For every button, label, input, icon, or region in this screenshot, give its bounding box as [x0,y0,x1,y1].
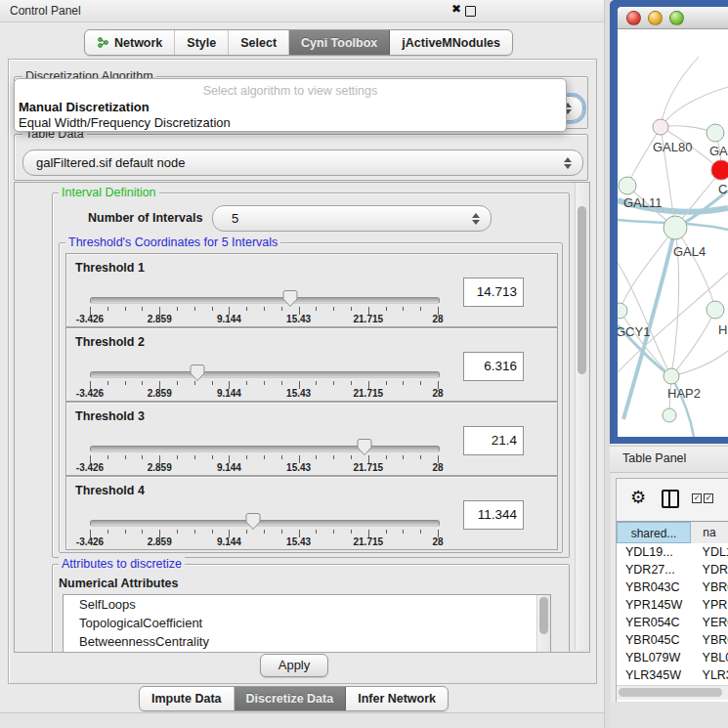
cell-shared-name[interactable]: YDL19... [617,543,697,561]
table-rows: YDL19...YDL1YDR27...YDR2YBR043CYBR0YPR14… [617,543,728,685]
control-panel-titlebar: Control Panel ✖ [0,0,604,22]
network-node-h[interactable] [707,301,724,319]
cell-shared-name[interactable]: YER054C [617,614,697,631]
tab-label: jActiveMNodules [402,36,500,50]
node-label-h: H [718,322,727,337]
algorithm-option-equal-width-frequency-discretization[interactable]: Equal Width/Frequency Discretization [18,115,563,130]
number-of-intervals-label: Number of Intervals [88,211,202,225]
algorithm-option-manual-discretization[interactable]: Manual Discretization [18,100,563,114]
tab-label: Style [187,36,216,50]
number-of-intervals-value: 5 [213,211,465,226]
bottom-tab-bar: Impute DataDiscretize DataInfer Network [139,686,449,711]
minimize-traffic-light-icon[interactable] [648,11,663,25]
threshold-value-field[interactable]: 11.344 [463,500,524,530]
table-row-ydl19[interactable]: YDL19...YDL1 [617,543,728,561]
tab-impute-data[interactable]: Impute Data [140,687,235,710]
table-row-ydr27[interactable]: YDR27...YDR2 [617,561,728,578]
network-node-gal11[interactable] [619,177,636,194]
tab-network[interactable]: Network [85,30,175,55]
attribute-item-topologicalcoefficient[interactable]: TopologicalCoefficient [64,614,550,632]
attributes-scrollbar[interactable] [536,595,550,652]
table-data-combo[interactable]: galFiltered.sif default node [22,150,583,176]
slider-track[interactable] [90,520,440,527]
table-hscrollbar-thumb[interactable] [619,688,722,697]
tab-select[interactable]: Select [229,30,289,55]
axis-tick-label: -3.426 [76,314,104,324]
cell-name[interactable]: YPR1 [697,596,728,614]
slider-thumb[interactable] [190,364,205,382]
cell-shared-name[interactable]: YLR345W [617,666,697,684]
axis-tick-label: 15.43 [286,462,311,473]
cell-name[interactable]: YLR3 [697,666,728,684]
attribute-item-selfloops[interactable]: SelfLoops [64,595,550,614]
cell-shared-name[interactable]: YBL079W [617,649,697,666]
threshold-value-field[interactable]: 6.316 [463,352,524,381]
gear-icon[interactable]: ⚙ [630,487,646,508]
table-hscrollbar[interactable] [617,685,728,700]
node-label-gal80: GAL80 [653,140,692,154]
checkbox-icon[interactable]: ✓ [704,493,713,503]
column-header-shared[interactable]: shared... [617,522,691,543]
split-columns-icon[interactable] [662,490,679,508]
cell-shared-name[interactable]: YBR045C [617,631,697,649]
application: Control Panel ✖ NetworkStyleSelectCyni T… [0,0,728,728]
cell-shared-name[interactable]: YDR27... [617,561,697,578]
attribute-item-betweennesscentrality[interactable]: BetweennessCentrality [64,632,550,651]
cell-shared-name[interactable]: YBR043C [617,578,697,596]
table-row-ylr345w[interactable]: YLR345WYLR3 [617,666,728,684]
close-traffic-light-icon[interactable] [626,11,641,25]
apply-button[interactable]: Apply [260,654,328,677]
network-window-titlebar[interactable] [618,7,728,29]
table-row-ypr145w[interactable]: YPR145WYPR1 [617,596,728,614]
column-header-na[interactable]: na [691,522,728,543]
thresholds-group-title: Threshold's Coordinates for 5 Intervals [65,236,280,250]
slider-thumb[interactable] [282,289,298,308]
table-row-yer054c[interactable]: YER054CYER0 [617,614,728,631]
axis-tick-label: 21.715 [354,536,384,547]
network-node-hap2[interactable] [664,368,679,384]
cell-shared-name[interactable]: YPR145W [617,596,697,614]
cell-name[interactable]: YBR0 [697,631,728,649]
threshold-value-field[interactable]: 14.713 [463,278,524,307]
cell-name[interactable]: YDL1 [697,543,728,561]
cell-name[interactable]: YER0 [697,614,728,631]
threshold-value-field[interactable]: 21.4 [463,426,524,455]
table-row-ybr043c[interactable]: YBR043CYBR0 [617,578,728,596]
network-node-c[interactable] [711,160,728,180]
tab-jactivemnodules[interactable]: jActiveMNodules [390,30,512,55]
number-of-intervals-spinner[interactable]: 5 [212,205,492,232]
table-row-ybr045c[interactable]: YBR045CYBR0 [617,631,728,649]
checkbox-icon[interactable]: ✓ [692,493,702,503]
close-icon[interactable]: ✖ [451,2,461,16]
cell-name[interactable]: YBR0 [697,578,728,596]
tab-cyni-toolbox[interactable]: Cyni Toolbox [289,30,390,55]
attributes-scrollbar-thumb[interactable] [539,597,548,634]
network-node-gal80[interactable] [653,119,668,135]
tab-infer-network[interactable]: Infer Network [346,687,448,710]
threshold-box-3: Threshold 3-3.4262.8599.14415.4321.71528… [65,402,558,476]
viewport-scrollbar-thumb[interactable] [578,206,586,374]
threshold-box-4: Threshold 4-3.4262.8599.14415.4321.71528… [65,476,558,550]
network-node-gal4[interactable] [664,216,687,239]
tab-style[interactable]: Style [175,30,229,55]
table-data-group: Table Data galFiltered.sif default node [14,134,588,181]
slider-track[interactable] [90,297,440,304]
slider-track[interactable] [90,446,440,452]
axis-tick-label: 15.43 [286,536,311,547]
slider-thumb[interactable] [245,512,261,531]
cell-name[interactable]: YBL0 [697,649,728,666]
network-node-ga[interactable] [707,124,724,142]
cell-name[interactable]: YDR2 [697,561,728,578]
axis-tick-label: 15.43 [286,388,311,399]
float-icon[interactable] [465,6,476,17]
network-node-gcy1[interactable] [618,303,627,319]
slider-track[interactable] [90,371,440,378]
panel-title: Control Panel [10,4,81,18]
tab-discretize-data[interactable]: Discretize Data [235,687,347,710]
viewport-scrollbar[interactable] [575,183,589,650]
zoom-traffic-light-icon[interactable] [669,11,684,25]
slider-thumb[interactable] [357,438,372,456]
network-canvas[interactable]: GAL80GACGAL11GAL4GCY1HHAP2 [618,28,728,437]
network-node[interactable] [663,408,676,422]
table-row-ybl079w[interactable]: YBL079WYBL0 [617,649,728,666]
